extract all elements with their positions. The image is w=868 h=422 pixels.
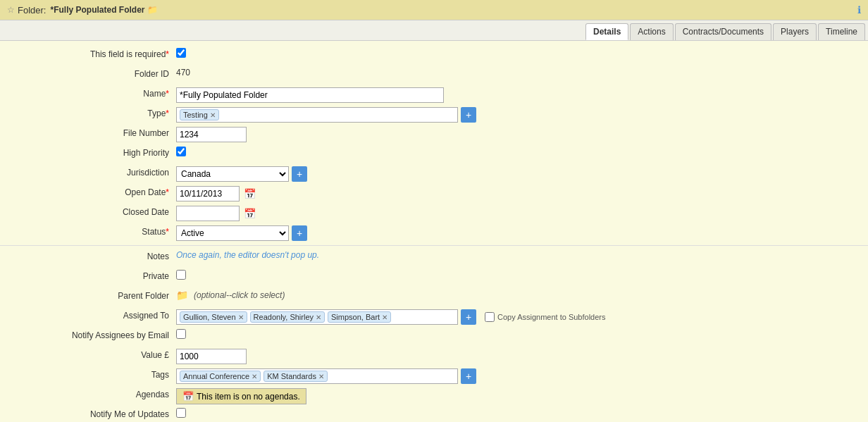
parent-folder-field: 📁 (optional--click to select) xyxy=(176,288,868,301)
name-input[interactable] xyxy=(176,87,444,103)
parent-folder-label: Parent Folder xyxy=(0,288,176,301)
assigned-to-row: Assigned To Gullion, Steven ✕ Readonly, … xyxy=(0,308,868,326)
closed-date-label: Closed Date xyxy=(0,204,176,217)
name-field xyxy=(176,86,868,103)
open-date-row: Open Date* 📅 xyxy=(0,185,868,203)
notify-assignees-row: Notify Assignees by Email xyxy=(0,328,868,346)
file-number-label: File Number xyxy=(0,125,176,138)
status-field: Active Closed Pending Inactive + xyxy=(176,224,868,241)
tag-annual-conference: Annual Conference ✕ xyxy=(180,371,261,382)
folder-label: Folder: xyxy=(18,5,46,15)
closed-date-calendar-icon[interactable]: 📅 xyxy=(244,208,256,219)
tab-contracts-documents[interactable]: Contracts/Documents xyxy=(675,23,771,40)
tab-details[interactable]: Details xyxy=(585,23,628,40)
folder-icon-star: ☆ xyxy=(7,5,15,15)
private-field xyxy=(176,268,868,280)
file-number-row: File Number xyxy=(0,125,868,144)
notify-assignees-checkbox[interactable] xyxy=(176,329,186,339)
jurisdiction-label: Jurisdiction xyxy=(0,165,176,178)
private-checkbox[interactable] xyxy=(176,270,186,280)
tags-add-button[interactable]: + xyxy=(461,368,476,384)
notes-row: Notes Once again, the editor doesn't pop… xyxy=(0,249,868,267)
tab-players[interactable]: Players xyxy=(773,23,817,40)
type-add-button[interactable]: + xyxy=(461,107,476,123)
high-priority-field xyxy=(176,145,868,156)
notes-field: Once again, the editor doesn't pop up. xyxy=(176,249,868,260)
notify-updates-checkbox[interactable] xyxy=(176,408,186,418)
open-date-calendar-icon[interactable]: 📅 xyxy=(244,188,256,199)
copy-assignment-checkbox[interactable] xyxy=(485,312,495,322)
required-field-value xyxy=(176,46,868,58)
required-field-label: This field is required* xyxy=(0,46,176,59)
tag-annual-conference-remove[interactable]: ✕ xyxy=(252,373,257,380)
assigned-tag-simpson-remove[interactable]: ✕ xyxy=(382,314,388,321)
folder-id-label: Folder ID xyxy=(0,66,176,79)
notes-label: Notes xyxy=(0,249,176,261)
copy-assignment-label: Copy Assignment to Subfolders xyxy=(485,312,605,322)
value-label: Value £ xyxy=(0,347,176,360)
tags-label: Tags xyxy=(0,367,176,380)
assigned-to-label: Assigned To xyxy=(0,308,176,321)
assigned-tag-gullion-remove[interactable]: ✕ xyxy=(238,314,244,321)
private-label: Private xyxy=(0,268,176,281)
folder-name: *Fully Populated Folder xyxy=(50,5,144,15)
folder-document-icon: 📁 xyxy=(147,5,158,15)
open-date-field: 📅 xyxy=(176,185,868,201)
agendas-field: 📅 This item is on no agendas. xyxy=(176,387,868,404)
jurisdiction-row: Jurisdiction Canada USA UK Other + xyxy=(0,165,868,183)
folder-id-text: 470 xyxy=(176,68,190,77)
folder-id-row: Folder ID 470 xyxy=(0,66,868,85)
open-date-label: Open Date* xyxy=(0,185,176,197)
assigned-tag-readonly-remove[interactable]: ✕ xyxy=(316,314,321,321)
high-priority-row: High Priority xyxy=(0,145,868,163)
parent-folder-icon[interactable]: 📁 xyxy=(176,290,188,301)
open-date-input[interactable] xyxy=(176,186,240,201)
notes-text: Once again, the editor doesn't pop up. xyxy=(176,250,319,260)
agendas-row: Agendas 📅 This item is on no agendas. xyxy=(0,387,868,405)
tab-timeline[interactable]: Timeline xyxy=(818,23,865,40)
assigned-tag-simpson: Simpson, Bart ✕ xyxy=(328,311,391,323)
assigned-to-add-button[interactable]: + xyxy=(461,309,476,325)
info-icon[interactable]: ℹ xyxy=(857,4,861,15)
notify-assignees-label: Notify Assignees by Email xyxy=(0,328,176,340)
status-add-button[interactable]: + xyxy=(292,225,307,241)
type-tag-testing-remove[interactable]: ✕ xyxy=(210,111,216,119)
tags-row: Tags Annual Conference ✕ KM Standards ✕ … xyxy=(0,367,868,385)
file-number-input[interactable] xyxy=(176,127,247,142)
assigned-tag-gullion: Gullion, Steven ✕ xyxy=(180,311,247,323)
agendas-button[interactable]: 📅 This item is on no agendas. xyxy=(176,388,306,404)
parent-folder-text[interactable]: (optional--click to select) xyxy=(194,290,285,300)
closed-date-row: Closed Date 📅 xyxy=(0,204,868,223)
high-priority-checkbox[interactable] xyxy=(176,147,186,156)
jurisdiction-add-button[interactable]: + xyxy=(292,166,307,182)
notify-assignees-field xyxy=(176,328,868,339)
private-row: Private xyxy=(0,268,868,287)
tags-field: Annual Conference ✕ KM Standards ✕ + xyxy=(176,367,868,384)
agendas-calendar-icon: 📅 xyxy=(182,391,194,402)
type-tag-testing: Testing ✕ xyxy=(180,109,219,120)
tabs-bar: Details Actions Contracts/Documents Play… xyxy=(0,20,868,41)
agendas-label: Agendas xyxy=(0,387,176,399)
status-select[interactable]: Active Closed Pending Inactive xyxy=(176,225,289,241)
required-checkbox[interactable] xyxy=(176,48,186,58)
closed-date-field: 📅 xyxy=(176,204,868,221)
tag-km-standards: KM Standards ✕ xyxy=(264,371,328,382)
name-row: Name* xyxy=(0,86,868,104)
value-input[interactable] xyxy=(176,349,247,364)
tags-tag-box[interactable]: Annual Conference ✕ KM Standards ✕ xyxy=(176,368,458,384)
status-label: Status* xyxy=(0,224,176,237)
type-row: Type* Testing ✕ + xyxy=(0,106,868,124)
assigned-to-tag-box[interactable]: Gullion, Steven ✕ Readonly, Shirley ✕ Si… xyxy=(176,309,458,325)
folder-id-value: 470 xyxy=(176,66,868,77)
jurisdiction-select[interactable]: Canada USA UK Other xyxy=(176,166,289,182)
type-label: Type* xyxy=(0,106,176,118)
type-tag-box[interactable]: Testing ✕ xyxy=(176,107,458,123)
tag-km-standards-remove[interactable]: ✕ xyxy=(318,373,324,380)
required-field-row: This field is required* xyxy=(0,46,868,65)
closed-date-input[interactable] xyxy=(176,206,240,221)
status-row: Status* Active Closed Pending Inactive + xyxy=(0,224,868,242)
file-number-field xyxy=(176,125,868,142)
agendas-text: This item is on no agendas. xyxy=(197,392,300,402)
type-field: Testing ✕ + xyxy=(176,106,868,123)
tab-actions[interactable]: Actions xyxy=(630,23,673,40)
